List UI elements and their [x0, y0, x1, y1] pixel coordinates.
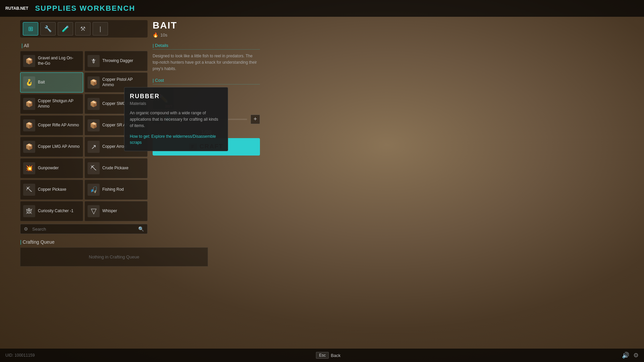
esc-key-label: Esc: [316, 352, 329, 359]
list-item[interactable]: 📦 Copper LMG AP Ammo: [20, 137, 83, 157]
item-name-copper-pickaxe: Copper Pickaxe: [38, 187, 66, 192]
cat-tab-all[interactable]: ⊞: [23, 22, 38, 36]
list-item[interactable]: 💥 Gunpowder: [20, 158, 83, 178]
list-item[interactable]: 📦 Copper Rifle AP Ammo: [20, 115, 83, 135]
selected-item-title: BAIT: [153, 20, 260, 31]
queue-label: Crafting Queue: [20, 239, 148, 245]
bottom-bar: UID: 100011159 Esc Back 🔊 ⚙: [0, 349, 644, 362]
item-icon-throwing-dagger: 🗡: [88, 55, 100, 67]
item-name-copper-rifle-ap: Copper Rifle AP Ammo: [38, 123, 79, 128]
top-bar: RUTAB.NET SUPPLIES WORKBENCH: [0, 0, 644, 17]
cat-tab-hammer[interactable]: ⚒: [75, 22, 91, 36]
search-icon: 🔍: [138, 226, 144, 232]
cat-tab-tool[interactable]: 🔧: [40, 22, 56, 36]
item-icon-fishing-rod: 🎣: [88, 184, 100, 196]
item-name-gunpowder: Gunpowder: [38, 166, 59, 171]
back-label: Back: [331, 353, 340, 358]
page-title: SUPPLIES WORKBENCH: [35, 4, 135, 13]
search-bar: ⚙ 🔍: [20, 224, 148, 234]
item-name-copper-lmg-ap: Copper LMG AP Ammo: [38, 144, 80, 149]
item-time-row: 🔥 10s: [153, 32, 260, 38]
list-item-bait[interactable]: 🪝 Bait: [20, 72, 83, 93]
item-icon-copper-sr-ap: 📦: [88, 119, 100, 131]
item-name-fishing-rod: Fishing Rod: [102, 187, 124, 192]
item-icon-copper-shotgun-ap: 📦: [23, 98, 35, 110]
tooltip-description: An organic compound with a wide range of…: [130, 110, 222, 129]
item-name-throwing-dagger: Throwing Dagger: [102, 58, 133, 64]
list-item[interactable]: ⛏ Copper Pickaxe: [20, 180, 83, 200]
details-section: Details Designed to look like a little f…: [153, 43, 260, 72]
detail-description: Designed to look like a little fish to r…: [153, 53, 260, 72]
item-name-whisper: Whisper: [102, 208, 117, 214]
time-icon: 🔥: [153, 32, 158, 38]
tooltip-how-to-get: How to get: Explore the wilderness/Disas…: [130, 133, 222, 145]
uid-text: UID: 100011159: [5, 353, 35, 358]
search-input[interactable]: [32, 227, 136, 232]
cost-header: Cost: [153, 78, 260, 84]
item-icon-curiosity-catcher: 🕸: [23, 205, 35, 217]
item-name-gravel-log: Gravel and Log On-the-Go: [38, 56, 80, 66]
details-header: Details: [153, 43, 260, 50]
item-name-copper-shotgun-ap: Copper Shotgun AP Ammo: [38, 99, 80, 109]
tooltip-subtitle: Materials: [130, 101, 222, 106]
speaker-icon: 🔊: [622, 352, 629, 359]
tooltip-popup: RUBBER Materials An organic compound wit…: [124, 87, 228, 151]
item-icon-bait: 🪝: [23, 76, 35, 88]
item-name-copper-arrow: Copper Arrow: [102, 144, 127, 149]
item-icon-gravel-log: 📦: [23, 55, 35, 67]
item-name-copper-pistol-ap: Copper Pistol AP Ammo: [102, 77, 145, 87]
left-panel: ⊞ 🔧 🧪 ⚒ | All 📦 Gravel and Log On-the-Go…: [20, 20, 148, 342]
quantity-increase-button[interactable]: +: [251, 115, 260, 124]
item-name-bait: Bait: [38, 80, 45, 85]
list-item[interactable]: 🗡 Throwing Dagger: [85, 51, 148, 71]
site-logo: RUTAB.NET: [5, 6, 28, 11]
item-icon-crude-pickaxe: ⛏: [88, 162, 100, 174]
cat-tab-gun[interactable]: |: [93, 22, 108, 36]
cat-tab-flask[interactable]: 🧪: [58, 22, 73, 36]
item-icon-copper-arrow: ↗: [88, 141, 100, 153]
list-item[interactable]: ▽ Whisper: [85, 201, 148, 221]
queue-empty-text: Nothing in Crafting Queue: [20, 247, 208, 266]
item-time-value: 10s: [160, 33, 167, 38]
item-icon-gunpowder: 💥: [23, 162, 35, 174]
tooltip-title: RUBBER: [130, 93, 222, 100]
item-icon-copper-rifle-ap: 📦: [23, 119, 35, 131]
list-item[interactable]: 📦 Gravel and Log On-the-Go: [20, 51, 83, 71]
item-name-curiosity-catcher: Curiosity Catcher -1: [38, 208, 73, 214]
list-item[interactable]: ⛏ Crude Pickaxe: [85, 158, 148, 178]
back-button[interactable]: Esc Back: [316, 352, 340, 359]
item-icon-copper-pickaxe: ⛏: [23, 184, 35, 196]
all-label: All: [20, 43, 148, 48]
bottom-icons: 🔊 ⚙: [622, 352, 639, 359]
list-item[interactable]: 📦 Copper Shotgun AP Ammo: [20, 94, 83, 114]
filter-icon: ⚙: [24, 226, 28, 232]
category-tabs: ⊞ 🔧 🧪 ⚒ |: [20, 20, 148, 38]
list-item[interactable]: 🎣 Fishing Rod: [85, 180, 148, 200]
item-icon-whisper: ▽: [88, 205, 100, 217]
item-icon-copper-pistol-ap: 📦: [88, 76, 100, 88]
item-icon-copper-lmg-ap: 📦: [23, 141, 35, 153]
list-item[interactable]: 🕸 Curiosity Catcher -1: [20, 201, 83, 221]
settings-icon: ⚙: [633, 352, 639, 359]
item-icon-copper-smg-ap: 📦: [88, 98, 100, 110]
item-name-crude-pickaxe: Crude Pickaxe: [102, 166, 128, 171]
crafting-queue: Crafting Queue Nothing in Crafting Queue: [20, 239, 148, 266]
